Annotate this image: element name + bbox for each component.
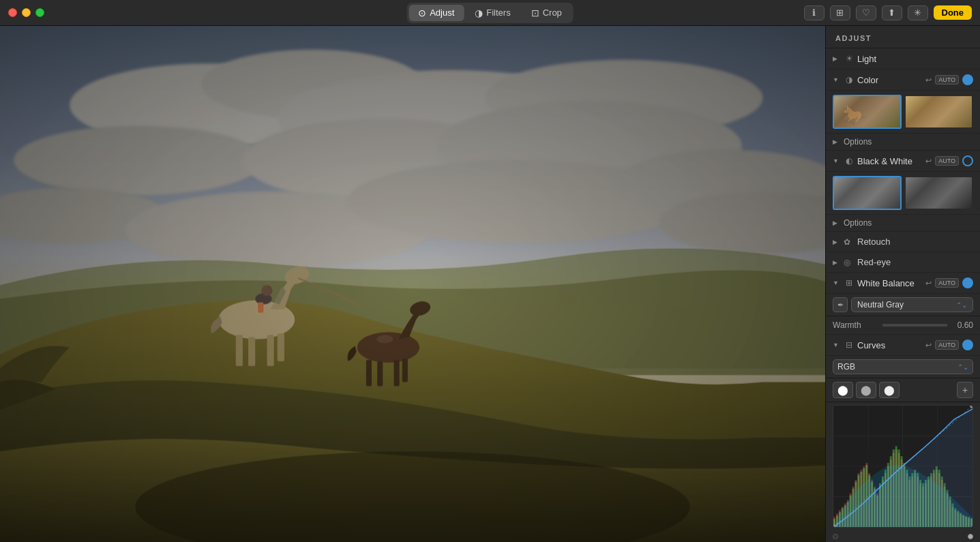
retouch-icon: ✿ [844,237,855,247]
curves-auto-button[interactable]: AUTO [935,340,959,350]
redeye-chevron-icon: ▶ [833,259,841,266]
light-section-title: Light [857,54,973,64]
bw-thumb-preset[interactable] [904,176,973,210]
color-thumb-preset[interactable] [904,95,973,129]
color-options-row[interactable]: ▶ Options [826,134,980,151]
toolbar: ⊙ Adjust ◑ Filters ⊡ Crop [406,3,574,23]
retouch-row[interactable]: ▶ ✿ Retouch [826,232,980,252]
wb-preset-select[interactable]: Neutral Gray ⌃⌄ [851,297,973,312]
traffic-lights [8,8,44,17]
favorite-button[interactable]: ♡ [856,5,876,20]
svg-point-144 [970,406,972,408]
curves-white-dot[interactable] [968,534,973,539]
info-button[interactable]: ℹ [804,5,825,20]
warmth-slider[interactable] [882,324,947,327]
crop-label: Crop [543,7,562,18]
curves-mid-point-button[interactable]: ⬤ [856,382,876,398]
curves-add-point-button[interactable]: + [957,382,973,398]
curves-section-header[interactable]: ▼ ⊟ Curves ↩ AUTO [826,335,980,356]
curves-channel-arrow-icon: ⌃⌄ [957,363,968,371]
curves-channel-select[interactable]: RGB ⌃⌄ [833,359,973,374]
curves-channel-label: RGB [837,362,855,372]
wb-chevron-icon: ▼ [833,280,841,286]
filters-icon: ◑ [475,7,483,18]
curves-undo-icon[interactable]: ↩ [925,341,932,350]
wb-select-arrow-icon: ⌃⌄ [956,301,967,309]
wb-section-header[interactable]: ▼ ⊞ White Balance ↩ AUTO [826,273,980,294]
adjust-label: Adjust [430,7,454,18]
color-options-chevron-icon: ▶ [833,138,841,145]
titlebar-actions: ℹ ⊞ ♡ ⬆ ✳ Done [804,5,972,20]
titlebar: ⊙ Adjust ◑ Filters ⊡ Crop ℹ ⊞ ♡ ⬆ ✳ Done [0,0,980,26]
wb-controls: ↩ AUTO [925,277,973,288]
panel-title: ADJUST [826,26,980,48]
color-chevron-icon: ▼ [833,76,841,83]
color-section-header[interactable]: ▼ ◑ Color ↩ AUTO [826,70,980,91]
bw-section-title: Black & White [857,156,923,166]
bw-icon: ◐ [844,155,855,166]
wb-undo-icon[interactable]: ↩ [925,279,932,288]
color-toggle-button[interactable] [962,74,973,85]
bw-thumbnails [826,172,980,215]
main-area: ADJUST ▶ ☀ Light ▼ ◑ Color ↩ AUTO [0,26,980,542]
photo-canvas [0,26,825,542]
curves-graph[interactable] [833,405,973,528]
light-chevron-icon: ▶ [833,55,841,62]
redeye-row[interactable]: ▶ ◎ Red-eye [826,252,980,273]
bw-undo-icon[interactable]: ↩ [925,157,932,166]
bw-controls: ↩ AUTO [925,155,973,166]
wb-preset-label: Neutral Gray [857,300,904,310]
light-icon: ☀ [844,53,855,64]
bw-toggle-button[interactable] [962,155,973,166]
curves-section-title: Curves [857,340,923,350]
curves-channel-row: RGB ⌃⌄ [826,356,980,378]
warmth-label: Warmth [833,320,877,330]
fullscreen-button[interactable] [35,8,44,17]
warmth-value: 0.60 [953,320,973,330]
wb-toggle-button[interactable] [962,277,973,288]
color-thumbnails [826,91,980,134]
curves-black-point-button[interactable]: ⬤ [833,382,853,398]
filters-tab[interactable]: ◑ Filters [465,5,520,21]
curves-black-dot[interactable] [833,534,838,539]
redeye-label: Red-eye [857,257,973,267]
bw-options-row[interactable]: ▶ Options [826,215,980,232]
wb-dropdown-row: ✒ Neutral Gray ⌃⌄ [826,294,980,316]
color-auto-button[interactable]: AUTO [935,75,959,85]
filters-label: Filters [486,7,510,18]
curves-tools-row: ⬤ ⬤ ⬤ + [826,378,980,402]
wb-section-title: White Balance [857,278,923,288]
bw-section-header[interactable]: ▼ ◐ Black & White ↩ AUTO [826,151,980,172]
color-controls: ↩ AUTO [925,74,973,85]
minimize-button[interactable] [22,8,31,17]
color-icon: ◑ [844,74,855,85]
adjust-tab[interactable]: ⊙ Adjust [409,5,464,21]
color-undo-icon[interactable]: ↩ [925,76,932,85]
curves-icon: ⊟ [844,340,855,350]
wb-eyedropper-button[interactable]: ✒ [833,297,848,312]
done-button[interactable]: Done [934,5,972,20]
color-section-title: Color [857,75,923,85]
wb-auto-button[interactable]: AUTO [935,278,959,288]
crop-tab[interactable]: ⊡ Crop [522,5,571,21]
close-button[interactable] [8,8,17,17]
bw-chevron-icon: ▼ [833,157,841,164]
bw-auto-button[interactable]: AUTO [935,156,959,166]
redeye-icon: ◎ [844,258,855,267]
crop-icon: ⊡ [531,7,539,18]
more-button[interactable]: ✳ [908,5,928,20]
bw-options-chevron-icon: ▶ [833,220,841,226]
curves-chevron-icon: ▼ [833,342,841,348]
share-button[interactable]: ⬆ [882,5,902,20]
retouch-chevron-icon: ▶ [833,239,841,245]
light-section-header[interactable]: ▶ ☀ Light [826,48,980,70]
adjust-icon: ⊙ [418,7,426,18]
curves-toggle-button[interactable] [962,340,973,350]
retouch-label: Retouch [857,237,973,247]
bw-thumb-original[interactable] [833,176,902,210]
color-thumb-original[interactable] [833,95,902,129]
photo-area [0,26,825,542]
curves-section: ▼ ⊟ Curves ↩ AUTO RGB ⌃⌄ ⬤ ⬤ [826,335,980,542]
compare-button[interactable]: ⊞ [830,5,850,20]
curves-white-point-button[interactable]: ⬤ [879,382,900,398]
